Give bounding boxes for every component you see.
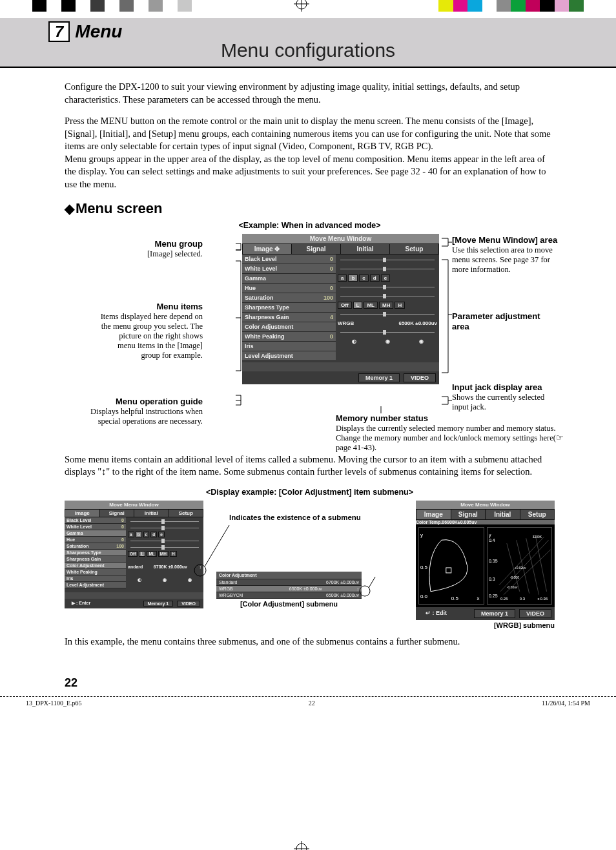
example-caption: <Example: When in advanced mode>: [65, 221, 555, 230]
menu-screen-diagram: Menu group[Image] selected. Menu itemsIt…: [97, 234, 555, 447]
callout-menu-items: Menu itemsItems displayed here depend on…: [99, 302, 203, 360]
svg-text:+0.02uv: +0.02uv: [514, 566, 526, 570]
svg-text:0.4: 0.4: [488, 538, 495, 543]
osd-input-jack: VIDEO: [404, 373, 436, 382]
osd-parameter-area[interactable]: abcdeOffLMLMHHWRGB6500K ±0.000uv◐◉◉: [336, 254, 439, 361]
svg-point-4: [194, 565, 206, 576]
svg-text:y: y: [488, 533, 491, 538]
svg-text:y: y: [420, 532, 423, 538]
intro-paragraph-1: Configure the DPX-1200 to suit your view…: [65, 81, 555, 106]
intro-paragraph-2: Press the MENU button on the remote cont…: [65, 115, 555, 191]
wrgb-submenu-osd: Move Menu Window ImageSignalInitialSetup…: [416, 501, 555, 620]
page-number: 22: [0, 657, 616, 696]
cie-chart: y 0.5 0.0 0.5 x y 0.4 0.35 0.3: [416, 524, 555, 607]
svg-text:-0.000: -0.000: [509, 576, 518, 579]
osd-footer: Memory 1 VIDEO: [242, 371, 439, 384]
svg-text:0.5: 0.5: [420, 565, 428, 570]
svg-text:-0.02uv: -0.02uv: [506, 585, 517, 588]
svg-rect-13: [446, 568, 451, 573]
svg-line-28: [526, 538, 539, 595]
callout-input-jack: Input jack display areaShows the current…: [452, 382, 562, 412]
submenu-indicator-label: Indicates the existence of a submenu: [229, 513, 361, 521]
svg-text:0.35: 0.35: [488, 559, 497, 563]
svg-text:0.0: 0.0: [420, 593, 428, 599]
svg-line-29: [535, 537, 546, 592]
wrgb-caption: [WRGB] submenu: [416, 621, 555, 629]
osd-guide-bar: [242, 362, 439, 371]
svg-point-6: [360, 586, 370, 596]
svg-text:0.35: 0.35: [540, 596, 548, 600]
callout-memory-status: Memory number statusDisplays the current…: [336, 413, 568, 453]
svg-text:0.5: 0.5: [451, 595, 459, 601]
chapter-title: Menu: [75, 21, 122, 41]
chapter-number: 7: [48, 21, 70, 42]
closing-paragraph: In this example, the menu contains three…: [65, 636, 555, 648]
svg-line-5: [205, 525, 229, 566]
callout-move-window: [Move Menu Window] areaUse this selectio…: [452, 235, 565, 275]
osd-title: Move Menu Window: [242, 234, 439, 244]
osd-wrgb-wrap: Move Menu Window ImageSignalInitialSetup…: [416, 501, 555, 629]
callout-menu-group: Menu group[Image] selected.: [147, 239, 203, 259]
page-header: 7 Menu Menu configurations: [0, 18, 616, 68]
osd-small-left-wrap: Move Menu Window ImageSignalInitialSetup…: [65, 501, 203, 608]
section-heading-menu-screen: Menu screen: [65, 200, 555, 217]
submenu-middle: Indicates the existence of a submenu Col…: [216, 501, 403, 608]
svg-text:3200K: 3200K: [532, 535, 542, 539]
osd-small-item-list[interactable]: Black Level0White Level0GammaHue0Saturat…: [65, 517, 126, 591]
osd-main: Move Menu Window Image ✥SignalInitialSet…: [242, 234, 439, 384]
svg-text:x: x: [537, 596, 539, 600]
svg-text:0.25: 0.25: [488, 593, 497, 597]
callout-operation-guide: Menu operation guideDisplays helpful ins…: [87, 397, 203, 426]
cie-locus-plot: y 0.5 0.0 0.5 x: [418, 527, 484, 605]
submenu-paragraph: Some menu items contain an additional le…: [65, 453, 555, 479]
svg-text:0.25: 0.25: [500, 596, 508, 600]
svg-text:x: x: [477, 595, 480, 601]
svg-text:0.3: 0.3: [519, 596, 525, 600]
svg-text:0.3: 0.3: [488, 577, 495, 581]
svg-line-7: [369, 577, 391, 588]
footer-filename: 13_DPX-1100_E.p65: [26, 700, 82, 707]
registration-mark-icon: [294, 0, 309, 12]
color-temp-grid-plot: y 0.4 0.35 0.3 0.25 0.25 0.3 x 0.35: [487, 527, 553, 605]
osd-guide-text: ▶ : Enter: [68, 601, 139, 606]
submenu-examples: Move Menu Window ImageSignalInitialSetup…: [65, 501, 555, 629]
osd-guide-edit: ↵ : Edit: [419, 609, 470, 618]
footer-timestamp: 11/26/04, 1:54 PM: [542, 700, 590, 707]
color-adj-caption: [Color Adjustment] submenu: [216, 600, 362, 608]
osd-tabs[interactable]: Image ✥SignalInitialSetup: [242, 244, 439, 254]
print-footer: 13_DPX-1100_E.p65 22 11/26/04, 1:54 PM: [0, 696, 616, 709]
footer-pagenum: 22: [309, 700, 315, 707]
osd-memory-status[interactable]: Memory 1: [358, 373, 400, 382]
osd-small-left: Move Menu Window ImageSignalInitialSetup…: [65, 501, 203, 608]
page-title: Menu configurations: [0, 39, 616, 61]
osd-item-list[interactable]: Black Level0White Level0GammaHue0Saturat…: [242, 254, 336, 361]
submenu-caption: <Display example: [Color Adjustment] ite…: [65, 488, 555, 497]
callout-parameter-area: Parameter adjustment area: [452, 311, 555, 332]
